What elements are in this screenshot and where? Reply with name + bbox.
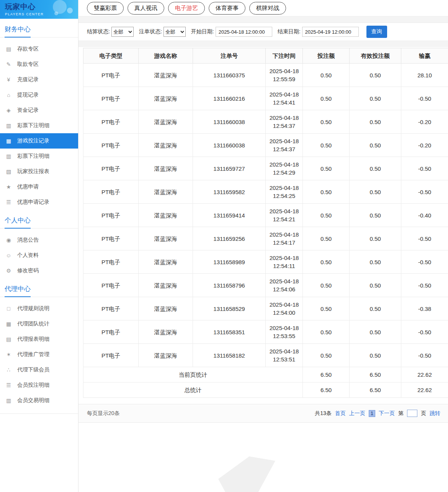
sidebar-item[interactable]: ▤存款专区: [0, 41, 78, 57]
spacer: [78, 41, 448, 47]
sidebar-item[interactable]: ✎取款专区: [0, 57, 78, 72]
table-cell: 0.50: [350, 320, 401, 344]
table-cell: -0.50: [401, 274, 448, 297]
sidebar-item-label: 会员投注明细: [17, 382, 49, 389]
table-cell: 2025-04-18 12:54:11: [266, 250, 303, 274]
category-tab[interactable]: 体育赛事: [209, 2, 245, 15]
table-cell: PT电子: [83, 64, 139, 87]
sidebar-item[interactable]: ◈资金记录: [0, 103, 78, 118]
page-jump-link[interactable]: 跳转: [430, 410, 440, 417]
table-cell: 2025-04-18 12:54:41: [266, 87, 303, 110]
table-cell: PT电子: [83, 274, 139, 297]
page-jump-input[interactable]: [407, 410, 417, 417]
per-page-label: 每页显示20条: [87, 410, 120, 417]
sidebar-item[interactable]: ▧玩家投注报表: [0, 164, 78, 179]
message-icon: ◉: [5, 237, 12, 243]
member-transactions-icon: ▥: [5, 397, 12, 404]
sidebar-item[interactable]: ▥彩票下注明细: [0, 118, 78, 133]
withdrawal-record-icon: ⌂: [5, 92, 12, 98]
prev-page-link[interactable]: 上一页: [349, 410, 365, 417]
table-row: PT电子湛蓝深海13116585292025-04-18 12:54:000.5…: [83, 297, 448, 320]
next-page-link[interactable]: 下一页: [379, 410, 395, 417]
sidebar-item[interactable]: ☰会员投注明细: [0, 378, 78, 393]
table-cell: 1311659256: [193, 227, 266, 250]
sidebar-item[interactable]: ⌂提现记录: [0, 87, 78, 103]
sidebar-item[interactable]: ★优惠申请: [0, 179, 78, 195]
table-row: PT电子湛蓝深海13116589892025-04-18 12:54:110.5…: [83, 250, 448, 274]
table-cell: 0.50: [350, 344, 401, 367]
settle-status-select[interactable]: 全部: [111, 27, 134, 37]
sidebar-item[interactable]: ▥彩票下注明细: [0, 149, 78, 164]
sidebar-item[interactable]: ▥会员交易明细: [0, 393, 78, 408]
table-cell: PT电子: [83, 344, 139, 367]
sidebar-nav: 财务中心▤存款专区✎取款专区¥充值记录⌂提现记录◈资金记录▥彩票下注明细▦游戏投…: [0, 19, 78, 414]
start-date-input[interactable]: [216, 27, 272, 37]
sidebar-item-label: 修改密码: [17, 267, 39, 274]
sidebar-item[interactable]: ☺个人资料: [0, 248, 78, 263]
column-header: 电子类型: [83, 48, 139, 64]
category-tab[interactable]: 棋牌对战: [249, 2, 286, 15]
table-cell: 湛蓝深海: [139, 110, 193, 134]
sidebar-item-label: 彩票下注明细: [17, 153, 49, 160]
table-cell: 0.50: [350, 134, 401, 157]
sidebar-item-label: 代理推广管理: [17, 351, 49, 358]
category-tab[interactable]: 雙赢彩票: [87, 2, 124, 15]
category-tab[interactable]: 真人视讯: [128, 2, 164, 15]
column-header: 输赢: [401, 48, 448, 64]
sidebar-item[interactable]: ▦游戏投注记录: [0, 133, 78, 149]
table-cell: 1311658351: [193, 320, 266, 344]
game-bet-record-icon: ▦: [5, 138, 12, 144]
bet-records-table-section: 电子类型游戏名称注单号下注时间投注额有效投注额输赢 PT电子湛蓝深海131166…: [78, 47, 448, 398]
table-cell: 1311658182: [193, 344, 266, 367]
first-page-link[interactable]: 首页: [335, 410, 346, 417]
player-bet-report-icon: ▧: [5, 168, 12, 175]
end-date-input[interactable]: [302, 27, 359, 37]
table-cell: 湛蓝深海: [139, 227, 193, 250]
sidebar-item-label: 提现记录: [17, 92, 39, 98]
sidebar-item[interactable]: ☰优惠申请记录: [0, 195, 78, 210]
sidebar-item-label: 会员交易明细: [17, 397, 49, 404]
pagination-controls: 共13条 首页 上一页 1 下一页 第 页 跳转: [315, 410, 440, 417]
sidebar-item[interactable]: ∴代理下级会员: [0, 362, 78, 378]
decor-bubble-icon: [54, 11, 58, 15]
table-cell: 0.50: [303, 87, 350, 110]
start-date-label: 开始日期:: [191, 28, 214, 35]
sidebar-item[interactable]: ⚙修改密码: [0, 263, 78, 278]
agent-team-stats-icon: ▦: [5, 321, 12, 327]
sidebar-item[interactable]: ▤代理报表明细: [0, 332, 78, 347]
table-cell: 0.50: [303, 227, 350, 250]
table-row: PT电子湛蓝深海13116594142025-04-18 12:54:210.5…: [83, 204, 448, 227]
table-cell: 1311660038: [193, 110, 266, 134]
table-cell: 0.50: [303, 157, 350, 180]
table-cell: -0.50: [401, 180, 448, 204]
table-cell: 0.50: [350, 250, 401, 274]
search-button[interactable]: 查询: [366, 26, 387, 38]
sidebar-item[interactable]: ▦代理团队统计: [0, 316, 78, 332]
table-cell: 0.50: [350, 274, 401, 297]
end-date-label: 结束日期:: [278, 28, 301, 35]
table-cell: 1311660216: [193, 87, 266, 110]
agent-report-icon: ▤: [5, 336, 12, 342]
summary-label: 总统计: [83, 382, 303, 398]
table-cell: -0.20: [401, 134, 448, 157]
current-page-indicator[interactable]: 1: [369, 410, 375, 417]
background-watermark: [213, 456, 275, 492]
category-tab[interactable]: 电子游艺: [168, 2, 205, 15]
recharge-record-icon: ¥: [5, 77, 12, 83]
table-cell: 湛蓝深海: [139, 157, 193, 180]
sidebar-item-label: 存款专区: [17, 46, 39, 52]
column-header: 有效投注额: [350, 48, 401, 64]
sidebar-item[interactable]: ¥充值记录: [0, 72, 78, 87]
table-cell: -0.20: [401, 110, 448, 134]
jump-suffix-label: 页: [421, 410, 426, 417]
table-cell: 2025-04-18 12:55:59: [266, 64, 303, 87]
sidebar-item[interactable]: ◉消息公告: [0, 232, 78, 248]
order-status-select[interactable]: 全部: [164, 27, 186, 37]
table-cell: 1311658796: [193, 274, 266, 297]
table-cell: 湛蓝深海: [139, 274, 193, 297]
table-cell: 0.50: [350, 64, 401, 87]
sidebar-item[interactable]: ✶代理推广管理: [0, 347, 78, 362]
sidebar-item[interactable]: □代理规则说明: [0, 301, 78, 316]
order-status-label: 注单状态:: [139, 28, 162, 35]
sidebar-section-title: 代理中心: [0, 278, 78, 297]
